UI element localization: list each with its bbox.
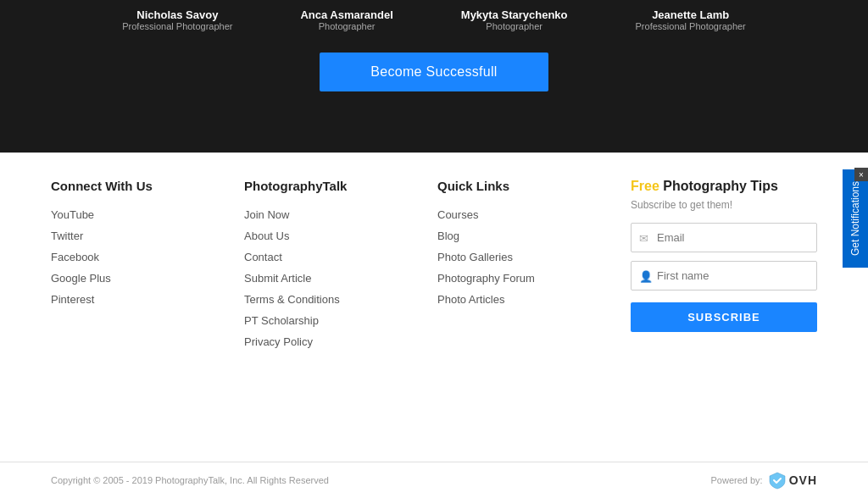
phototalk-title: PhotographyTalk bbox=[244, 179, 437, 193]
notification-close-button[interactable]: × bbox=[854, 168, 868, 181]
link-join-now[interactable]: Join Now bbox=[244, 208, 437, 221]
ovh-logo: OVH bbox=[768, 471, 817, 490]
free-label: Free bbox=[631, 179, 659, 193]
footer-col-phototalk: PhotographyTalk Join Now About Us Contac… bbox=[244, 179, 437, 357]
ovh-shield-icon bbox=[768, 471, 787, 490]
newsletter-col: Free Photography Tips Subscribe to get t… bbox=[631, 179, 817, 357]
link-googleplus[interactable]: Google Plus bbox=[51, 272, 244, 285]
photographer-name: Jeanette Lamb bbox=[636, 8, 746, 21]
link-scholarship[interactable]: PT Scholarship bbox=[244, 314, 437, 327]
link-about-us[interactable]: About Us bbox=[244, 230, 437, 242]
link-youtube[interactable]: YouTube bbox=[51, 208, 244, 221]
photographer-nicholas: Nicholas Savoy Professional Photographer bbox=[122, 8, 232, 31]
footer-section: Connect With Us YouTube Twitter Facebook… bbox=[0, 153, 868, 374]
link-terms[interactable]: Terms & Conditions bbox=[244, 293, 437, 306]
link-photography-forum[interactable]: Photography Forum bbox=[437, 272, 631, 285]
notification-label: Get Notifications bbox=[849, 181, 861, 256]
photographer-jeanette: Jeanette Lamb Professional Photographer bbox=[636, 8, 746, 31]
bottom-bar: Copyright © 2005 - 2019 PhotographyTalk,… bbox=[0, 462, 868, 498]
notification-tab[interactable]: Get Notifications bbox=[843, 169, 868, 268]
quicklinks-title: Quick Links bbox=[437, 179, 631, 193]
powered-label: Powered by: bbox=[711, 475, 763, 485]
photographers-row: Nicholas Savoy Professional Photographer… bbox=[0, 0, 868, 40]
top-section: Nicholas Savoy Professional Photographer… bbox=[0, 0, 868, 152]
person-icon: 👤 bbox=[639, 269, 653, 282]
become-successful-button[interactable]: Become Successfull bbox=[320, 53, 548, 91]
firstname-input[interactable] bbox=[631, 261, 817, 290]
newsletter-subtitle: Subscribe to get them! bbox=[631, 199, 817, 211]
photographer-name: Mykyta Starychenko bbox=[461, 8, 568, 21]
close-icon: × bbox=[859, 170, 864, 180]
photographer-title: Photographer bbox=[461, 21, 568, 31]
copyright-text: Copyright © 2005 - 2019 PhotographyTalk,… bbox=[51, 475, 329, 485]
link-twitter[interactable]: Twitter bbox=[51, 230, 244, 242]
footer-col-connect: Connect With Us YouTube Twitter Facebook… bbox=[51, 179, 244, 357]
email-icon: ✉ bbox=[639, 231, 648, 244]
subscribe-button[interactable]: SUBSCRIBE bbox=[631, 302, 817, 332]
photographer-title: Professional Photographer bbox=[636, 21, 746, 31]
email-input[interactable] bbox=[631, 223, 817, 252]
ovh-text: OVH bbox=[789, 473, 817, 487]
link-submit-article[interactable]: Submit Article bbox=[244, 272, 437, 285]
firstname-input-wrapper: 👤 bbox=[631, 261, 817, 290]
footer-col-quicklinks: Quick Links Courses Blog Photo Galleries… bbox=[437, 179, 631, 357]
email-input-wrapper: ✉ bbox=[631, 223, 817, 252]
powered-by: Powered by: OVH bbox=[711, 471, 818, 490]
link-photo-articles[interactable]: Photo Articles bbox=[437, 293, 631, 306]
become-btn-wrapper: Become Successfull bbox=[320, 53, 548, 91]
photographer-name: Anca Asmarandel bbox=[300, 8, 392, 21]
newsletter-title-rest: Photography Tips bbox=[659, 179, 778, 193]
link-courses[interactable]: Courses bbox=[437, 208, 631, 221]
link-blog[interactable]: Blog bbox=[437, 230, 631, 242]
newsletter-title: Free Photography Tips bbox=[631, 179, 817, 194]
link-privacy[interactable]: Privacy Policy bbox=[244, 335, 437, 348]
connect-title: Connect With Us bbox=[51, 179, 244, 193]
link-contact[interactable]: Contact bbox=[244, 251, 437, 263]
photographer-anca: Anca Asmarandel Photographer bbox=[300, 8, 392, 31]
link-pinterest[interactable]: Pinterest bbox=[51, 293, 244, 306]
photographer-mykyta: Mykyta Starychenko Photographer bbox=[461, 8, 568, 31]
photographer-title: Photographer bbox=[300, 21, 392, 31]
link-photo-galleries[interactable]: Photo Galleries bbox=[437, 251, 631, 263]
photographer-title: Professional Photographer bbox=[122, 21, 232, 31]
photographer-name: Nicholas Savoy bbox=[122, 8, 232, 21]
link-facebook[interactable]: Facebook bbox=[51, 251, 244, 263]
